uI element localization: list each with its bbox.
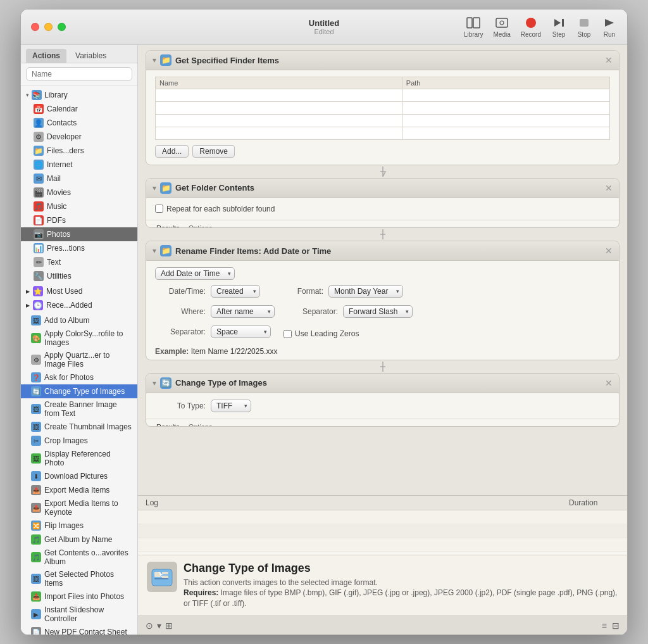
- add-button[interactable]: Add...: [155, 145, 189, 158]
- sidebar-item-developer[interactable]: ⚙ Developer: [21, 130, 137, 144]
- action-create-banner[interactable]: 🖼 Create Banner Image from Text: [21, 398, 137, 420]
- stop-button[interactable]: Stop: [576, 16, 592, 38]
- separator-col2-dropdown-wrap: Forward Slash Dash Dot: [343, 305, 413, 318]
- action-slideshow[interactable]: ▶ Instant Slideshow Controller: [21, 603, 137, 625]
- results-tab-change[interactable]: Results: [153, 422, 184, 427]
- action-label: Ask for Photos: [44, 373, 94, 382]
- action-flip[interactable]: 🔀 Flip Images: [21, 519, 137, 533]
- action-apply-colorsy[interactable]: 🎨 Apply ColorSy...rofile to Images: [21, 327, 137, 349]
- list-view-icon[interactable]: ≡: [602, 621, 607, 631]
- results-tab-folder[interactable]: Results: [153, 223, 184, 229]
- library-button[interactable]: Library: [464, 16, 483, 38]
- sidebar-item-contacts[interactable]: 👤 Contacts: [21, 116, 137, 130]
- sidebar-item-most-used[interactable]: ▸ ⭐ Most Used: [21, 284, 137, 298]
- leading-zeros-checkbox[interactable]: [284, 330, 292, 338]
- collapse-button-folder[interactable]: ▾: [153, 184, 156, 193]
- rename-type-dropdown[interactable]: Add Date or Time: [155, 267, 235, 280]
- action-get-selected[interactable]: 🖼 Get Selected Photos Items: [21, 568, 137, 590]
- action-get-contents[interactable]: 🎵 Get Contents o...avorites Album: [21, 546, 137, 568]
- action-display-photo[interactable]: 🖼 Display Referenced Photo: [21, 448, 137, 469]
- tab-actions[interactable]: Actions: [26, 49, 66, 63]
- main-content: Actions Variables ▾ 📚 Library 📅 Calendar: [21, 45, 627, 635]
- library-group-header[interactable]: ▾ 📚 Library: [21, 88, 137, 102]
- separator-col2-dropdown[interactable]: Forward Slash Dash Dot: [343, 305, 413, 318]
- subfolder-checkbox[interactable]: [155, 205, 163, 213]
- log-row: [138, 538, 627, 552]
- action-crop-images[interactable]: ✂ Crop Images: [21, 434, 137, 448]
- action-label: Change Type of Images: [44, 387, 125, 396]
- toolbar-buttons: Library Media Record: [464, 16, 617, 38]
- format-dropdown[interactable]: Month Day Year Year Month Day: [328, 285, 403, 298]
- example-value: Item Name 1/22/2025.xxx: [191, 347, 278, 356]
- action-export-media[interactable]: 📤 Export Media Items: [21, 483, 137, 497]
- sidebar-item-movies[interactable]: 🎬 Movies: [21, 186, 137, 199]
- developer-icon: ⚙: [34, 132, 44, 142]
- chevron-down-icon[interactable]: ▾: [157, 621, 161, 631]
- folder-contents-icon: 📁: [160, 182, 171, 194]
- sep-dropdown[interactable]: Space Underscore None: [211, 325, 271, 338]
- collapse-button-finder[interactable]: ▾: [153, 56, 156, 65]
- sidebar-item-calendar[interactable]: 📅 Calendar: [21, 102, 137, 116]
- type-dropdown[interactable]: TIFF JPEG PNG GIF BMP: [211, 400, 251, 412]
- record-icon: [523, 16, 539, 30]
- sidebar-item-internet[interactable]: 🌐 Internet: [21, 158, 137, 172]
- minimize-button[interactable]: [44, 23, 53, 31]
- sidebar-item-photos[interactable]: 📷 Photos: [21, 227, 137, 241]
- connector-line-2: [377, 229, 389, 239]
- grid-view-icon[interactable]: ⊟: [612, 621, 620, 631]
- close-button[interactable]: [31, 23, 39, 31]
- run-button[interactable]: Run: [602, 16, 617, 38]
- presentations-icon: 📊: [34, 243, 44, 253]
- media-button[interactable]: Media: [494, 16, 511, 38]
- change-type-body: To Type: TIFF JPEG PNG GIF BMP: [146, 393, 619, 419]
- export-icon: 📤: [31, 485, 41, 495]
- leading-zeros-label: Use Leading Zeros: [295, 329, 359, 338]
- svg-rect-0: [467, 18, 472, 28]
- sidebar-item-mail[interactable]: ✉ Mail: [21, 172, 137, 186]
- collapse-button-rename[interactable]: ▾: [153, 246, 156, 255]
- close-card-finder[interactable]: ✕: [605, 55, 613, 65]
- where-dropdown[interactable]: After name Before name: [211, 305, 275, 318]
- action-pdf-contact[interactable]: 📄 New PDF Contact Sheet: [21, 625, 137, 635]
- close-card-change[interactable]: ✕: [605, 378, 613, 388]
- action-add-album[interactable]: 🖼 Add to Album: [21, 313, 137, 327]
- action-import[interactable]: 📥 Import Files into Photos: [21, 590, 137, 603]
- sidebar-item-utilities[interactable]: 🔧 Utilities: [21, 269, 137, 283]
- sidebar-item-pdfs[interactable]: 📄 PDFs: [21, 213, 137, 227]
- sidebar-content: ▾ 📚 Library 📅 Calendar 👤 Contacts ⚙: [21, 85, 137, 635]
- options-tab-change[interactable]: Options: [185, 422, 216, 427]
- action-create-thumbnail[interactable]: 🖼 Create Thumbnail Images: [21, 420, 137, 434]
- action-apply-quartz[interactable]: ⚙ Apply Quartz...er to Image Files: [21, 349, 137, 370]
- sidebar-item-recently-added[interactable]: ▸ 🕒 Rece...Added: [21, 298, 137, 312]
- action-get-album[interactable]: 🎵 Get Album by Name: [21, 533, 137, 546]
- remove-button[interactable]: Remove: [192, 145, 235, 158]
- indent-icon[interactable]: ⊞: [165, 621, 173, 631]
- svg-rect-2: [496, 18, 508, 27]
- action-export-keynote[interactable]: 📤 Export Media Items to Keynote: [21, 497, 137, 519]
- search-input[interactable]: [26, 67, 132, 81]
- photos-icon: 📷: [34, 229, 44, 239]
- svg-marker-8: [605, 19, 614, 27]
- record-button[interactable]: Record: [521, 16, 541, 38]
- list-icon[interactable]: ⊙: [146, 621, 153, 631]
- tab-variables[interactable]: Variables: [69, 49, 113, 63]
- sidebar-item-text[interactable]: ✏ Text: [21, 255, 137, 269]
- close-card-rename[interactable]: ✕: [605, 246, 613, 256]
- library-icon: [466, 16, 481, 30]
- collapse-button-change[interactable]: ▾: [153, 379, 156, 388]
- maximize-button[interactable]: [58, 23, 66, 31]
- options-tab-folder[interactable]: Options: [185, 223, 216, 229]
- close-card-folder[interactable]: ✕: [605, 183, 613, 193]
- sidebar-item-label: Mail: [47, 174, 61, 183]
- sidebar-item-presentations[interactable]: 📊 Pres...tions: [21, 241, 137, 255]
- sidebar-item-files[interactable]: 📁 Files...ders: [21, 144, 137, 158]
- sidebar-item-music[interactable]: 🎵 Music: [21, 199, 137, 213]
- action-download[interactable]: ⬇ Download Pictures: [21, 469, 137, 483]
- datetime-dropdown[interactable]: Created Modified: [211, 285, 260, 298]
- run-label: Run: [604, 31, 615, 38]
- action-ask-photos[interactable]: ❓ Ask for Photos: [21, 370, 137, 384]
- log-header: Log Duration: [138, 496, 627, 510]
- table-row: [156, 89, 610, 102]
- step-button[interactable]: Step: [551, 16, 566, 38]
- action-change-type[interactable]: 🔄 Change Type of Images: [21, 384, 137, 398]
